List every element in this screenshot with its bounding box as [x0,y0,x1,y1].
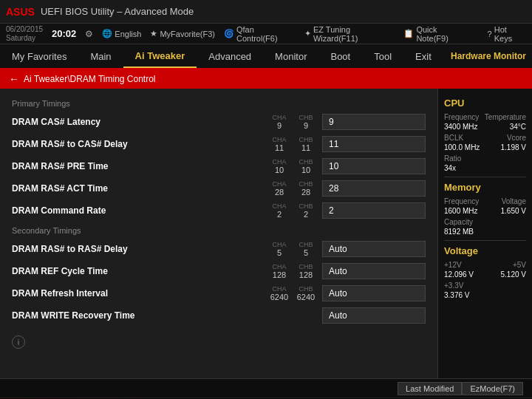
nav-monitor[interactable]: Monitor [263,44,318,68]
right-panel: CPU Frequency Temperature 3400 MHz 34°C … [437,89,532,378]
cha-chb-cas: CHA9 CHB9 [269,114,316,130]
value-write-recovery[interactable]: Auto [322,307,426,324]
hotkeys-icon: ? [488,30,492,38]
nav-tool[interactable]: Tool [362,44,403,68]
v33-value-row: 3.376 V [444,291,526,299]
cpu-temp-label: Temperature [485,113,526,121]
table-row[interactable]: DRAM WRITE Recovery Time Auto [0,304,437,327]
cpu-freq-value: 3400 MHz [444,123,478,131]
nav-exit[interactable]: Exit [403,44,443,68]
star-icon: ★ [150,29,157,38]
left-panel: Primary Timings DRAM CAS# Latency CHA9 C… [0,89,437,378]
cha-chb-ras-act: CHA28 CHB28 [269,180,316,197]
value-cas[interactable]: 9 [322,114,426,130]
back-arrow-icon[interactable]: ← [9,73,19,85]
value-ras-pre[interactable]: 10 [322,158,426,174]
ez-mode-button[interactable]: EzMode(F7) [462,382,523,395]
table-row[interactable]: DRAM REF Cycle Time CHA128 CHB128 Auto [0,260,437,282]
v12-value-row: 12.096 V 5.120 V [444,270,526,279]
cpu-ratio-label-row: Ratio [444,154,526,163]
time-label: 20:02 [52,28,76,39]
table-row[interactable]: DRAM Refresh Interval CHA6240 CHB6240 Au… [0,282,437,304]
v12-row: +12V +5V [444,261,526,269]
table-row[interactable]: DRAM CAS# Latency CHA9 CHB9 9 [0,111,437,133]
qfan-label: Qfan Control(F6) [236,25,296,43]
table-row[interactable]: DRAM RAS# to CAS# Delay CHA11 CHB11 11 [0,133,437,155]
note-icon: 📋 [403,29,414,38]
cpu-vcore-value: 1.198 V [501,143,526,151]
top-bar: ASUS UEFI BIOS Utility – Advanced Mode [0,0,532,24]
nav-boot[interactable]: Boot [318,44,362,68]
v12-label: +12V [444,261,462,269]
hot-keys-label: Hot Keys [494,25,526,43]
breadcrumb-path: Ai Tweaker\DRAM Timing Control [24,74,156,84]
primary-timings-label: Primary Timings [0,95,437,111]
mem-freq-label: Frequency [444,197,479,205]
quick-note-item[interactable]: 📋 Quick Note(F9) [403,25,469,43]
table-row[interactable]: DRAM Command Rate CHA2 CHB2 2 [0,200,437,222]
v5-value: 5.120 V [501,270,526,279]
value-ras-cas[interactable]: 11 [322,136,426,152]
mem-cap-label-row: Capacity [444,218,526,226]
settings-icon[interactable]: ⚙ [85,29,93,39]
info-icon[interactable]: i [12,335,25,349]
hw-monitor-title: Hardware Monitor [451,51,526,61]
cpu-bclk-label: BCLK [444,134,463,142]
bottom-buttons: Last Modified EzMode(F7) [398,382,523,395]
value-ref-cycle[interactable]: Auto [322,263,426,279]
asus-logo: ASUS [6,6,35,18]
mem-freq-row: Frequency Voltage [444,197,526,205]
row-label-ras-act: DRAM RAS# ACT Time [12,183,269,194]
cpu-freq-label: Frequency [444,113,479,121]
mem-voltage-label: Voltage [502,197,526,205]
language-icon: 🌐 [102,29,112,38]
nav-ai-tweaker[interactable]: Ai Tweaker [123,44,197,68]
mem-cap-label: Capacity [444,218,473,226]
language-item[interactable]: 🌐 English [102,29,141,38]
cpu-ratio-value-row: 34x [444,164,526,172]
cpu-section-title: CPU [444,98,526,109]
table-row[interactable]: DRAM RAS# to RAS# Delay CHA5 CHB5 Auto [0,238,437,260]
cha-chb-cmd-rate: CHA2 CHB2 [269,202,316,219]
cpu-bclk-row: BCLK Vcore [444,134,526,142]
cpu-temp-value: 34°C [510,123,526,131]
info-bar: 06/20/2015 Saturday 20:02 ⚙ 🌐 English ★ … [0,24,532,44]
value-cmd-rate[interactable]: 2 [322,202,426,219]
row-label-ref-cycle: DRAM REF Cycle Time [12,266,269,276]
v33-value: 3.376 V [444,291,469,299]
cha-chb-refresh: CHA6240 CHB6240 [269,285,316,301]
ez-tuning-item[interactable]: ✦ EZ Tuning Wizard(F11) [304,25,395,43]
value-ras-act[interactable]: 28 [322,180,426,197]
row-label-cmd-rate: DRAM Command Rate [12,205,269,216]
cpu-ratio-label: Ratio [444,154,461,163]
breadcrumb: ← Ai Tweaker\DRAM Timing Control [0,69,532,89]
row-label-write-recovery: DRAM WRITE Recovery Time [12,310,275,321]
table-row[interactable]: DRAM RAS# PRE Time CHA10 CHB10 10 [0,155,437,177]
bottom-bar: Last Modified EzMode(F7) [0,378,532,398]
row-label-cas: DRAM CAS# Latency [12,117,269,127]
hot-keys-item[interactable]: ? Hot Keys [488,25,526,43]
date-label: 06/20/2015 [6,25,43,34]
v5-label: +5V [513,261,526,269]
mem-cap-value: 8192 MB [444,228,474,236]
cpu-bclk-value: 100.0 MHz [444,143,480,151]
table-row[interactable]: DRAM RAS# ACT Time CHA28 CHB28 28 [0,177,437,200]
value-refresh[interactable]: Auto [322,285,426,301]
qfan-item[interactable]: 🌀 Qfan Control(F6) [224,25,296,43]
secondary-timings-label: Secondary Timings [0,222,437,238]
nav-advanced[interactable]: Advanced [197,44,263,68]
nav-main[interactable]: Main [78,44,123,68]
fan-icon: 🌀 [224,29,234,38]
cpu-frequency-row: Frequency Temperature [444,113,526,121]
value-ras-ras[interactable]: Auto [322,241,426,257]
cha-chb-ras-pre: CHA10 CHB10 [269,158,316,174]
favorites-item[interactable]: ★ MyFavorite(F3) [150,29,215,38]
memory-section-title: Memory [444,182,526,193]
cha-chb-ras-ras: CHA5 CHB5 [269,241,316,257]
last-modified-button[interactable]: Last Modified [398,382,462,395]
mem-cap-value-row: 8192 MB [444,228,526,236]
row-label-refresh: DRAM Refresh Interval [12,288,269,299]
v33-label-row: +3.3V [444,282,526,290]
nav-my-favorites[interactable]: My Favorites [0,44,78,68]
language-label: English [115,30,141,38]
